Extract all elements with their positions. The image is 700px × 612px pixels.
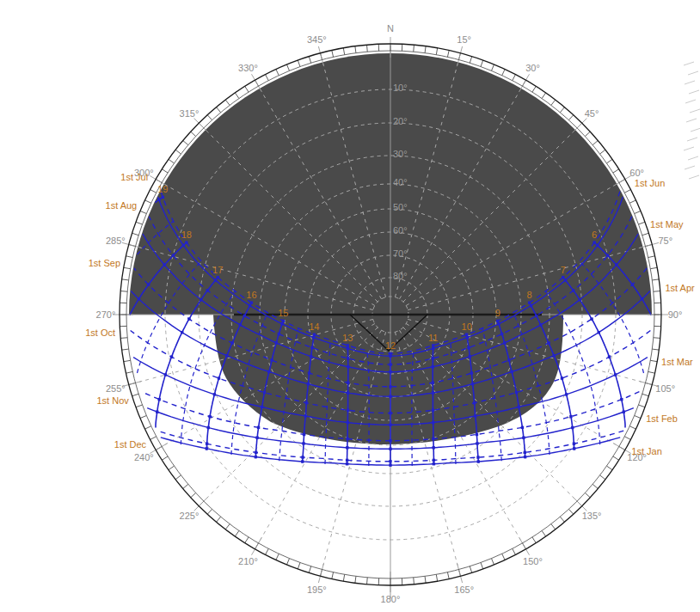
sun-position-marker xyxy=(217,276,219,278)
sun-position-marker xyxy=(433,462,435,465)
ring-tick xyxy=(425,576,426,583)
sun-position-marker xyxy=(432,347,434,350)
ring-tick xyxy=(162,456,168,460)
sun-path-diagram: N15°30°45°60°75°90°105°120°135°150°165°1… xyxy=(0,0,700,612)
sun-position-marker xyxy=(280,322,283,325)
sun-position-marker xyxy=(270,358,273,361)
sun-position-marker xyxy=(593,241,595,243)
ring-tick xyxy=(169,466,175,470)
azimuth-label: 180° xyxy=(381,594,401,604)
sun-position-marker xyxy=(170,355,173,358)
sun-position-marker xyxy=(181,331,183,334)
sun-position-marker xyxy=(500,333,503,335)
sun-position-marker xyxy=(239,323,242,326)
sun-position-marker xyxy=(206,442,208,444)
azimuth-label: 210° xyxy=(238,556,258,566)
sun-position-marker xyxy=(432,365,434,368)
sun-position-marker xyxy=(157,398,160,401)
ring-tick xyxy=(145,426,151,429)
sun-position-marker xyxy=(477,460,480,462)
sun-position-marker xyxy=(389,460,391,462)
sun-position-marker xyxy=(389,385,391,388)
ring-tick xyxy=(642,233,649,235)
hour-label: 9 xyxy=(495,308,500,318)
ring-tick xyxy=(225,100,230,105)
sun-position-marker xyxy=(347,382,349,384)
ring-tick xyxy=(150,190,157,193)
ring-tick xyxy=(606,159,612,163)
ring-tick xyxy=(136,222,143,224)
sun-position-marker xyxy=(507,358,510,361)
ring-tick xyxy=(542,93,546,99)
hour-label: 19 xyxy=(157,184,168,194)
sun-position-marker xyxy=(573,442,575,444)
sun-position-marker xyxy=(163,263,166,266)
azimuth-leader-tick xyxy=(318,563,323,583)
ring-tick xyxy=(425,46,426,53)
ring-tick xyxy=(120,291,127,292)
sun-position-marker xyxy=(255,456,257,458)
azimuth-label: 75° xyxy=(658,236,672,246)
screen-artifact xyxy=(685,166,695,169)
ring-tick xyxy=(648,371,655,373)
azimuth-label: 90° xyxy=(668,309,683,320)
screen-artifact xyxy=(685,81,695,84)
altitude-label: 60° xyxy=(393,225,408,236)
ring-tick xyxy=(624,437,630,440)
sun-position-marker xyxy=(389,412,391,414)
ring-tick xyxy=(629,426,636,429)
sun-position-marker xyxy=(471,382,474,385)
month-label: 1st Nov xyxy=(96,395,129,406)
sun-position-marker xyxy=(303,433,305,436)
azimuth-label: 105° xyxy=(655,383,675,394)
ring-tick xyxy=(145,200,151,203)
ring-tick xyxy=(235,93,239,99)
sun-position-marker xyxy=(433,459,435,462)
azimuth-label: 30° xyxy=(525,63,540,73)
sun-position-marker xyxy=(304,414,307,417)
sun-position-marker xyxy=(615,263,617,266)
azimuth-label: 195° xyxy=(307,584,327,595)
ring-tick xyxy=(183,141,188,145)
sun-position-marker xyxy=(606,254,609,256)
ring-tick xyxy=(245,537,249,543)
ring-tick xyxy=(124,360,131,361)
ring-tick xyxy=(447,50,449,57)
ring-tick xyxy=(513,548,516,554)
hour-label: 7 xyxy=(561,265,566,275)
ring-tick xyxy=(560,517,564,522)
ring-tick xyxy=(122,279,129,280)
sun-position-marker xyxy=(522,437,525,439)
ring-tick xyxy=(298,562,300,569)
ring-tick xyxy=(140,415,146,418)
azimuth-label: 60° xyxy=(629,168,644,178)
ring-tick xyxy=(276,70,279,76)
sun-position-marker xyxy=(572,289,574,291)
ring-tick xyxy=(613,169,619,173)
altitude-label: 30° xyxy=(393,149,408,159)
screen-artifact xyxy=(688,156,698,160)
sun-position-marker xyxy=(206,447,208,450)
ring-tick xyxy=(436,574,437,581)
sun-position-marker xyxy=(275,341,278,344)
sun-position-marker xyxy=(432,344,434,346)
ring-tick xyxy=(652,349,659,350)
ring-tick xyxy=(560,107,564,113)
sun-position-marker xyxy=(346,446,348,449)
ring-tick xyxy=(542,530,546,536)
ring-tick xyxy=(286,64,289,70)
ring-tick xyxy=(629,200,636,203)
ring-tick xyxy=(648,256,655,258)
sun-position-marker xyxy=(614,373,617,376)
sun-position-marker xyxy=(261,406,263,408)
sun-position-marker xyxy=(476,433,478,436)
sun-position-marker xyxy=(347,347,349,350)
screen-artifact xyxy=(686,119,697,122)
sun-position-marker xyxy=(308,371,310,374)
sun-position-marker xyxy=(225,354,228,357)
azimuth-label: 150° xyxy=(523,556,543,566)
ring-tick xyxy=(140,211,146,213)
sun-position-marker xyxy=(162,196,164,199)
hour-label: 15 xyxy=(278,308,288,318)
sun-position-marker xyxy=(187,317,190,320)
